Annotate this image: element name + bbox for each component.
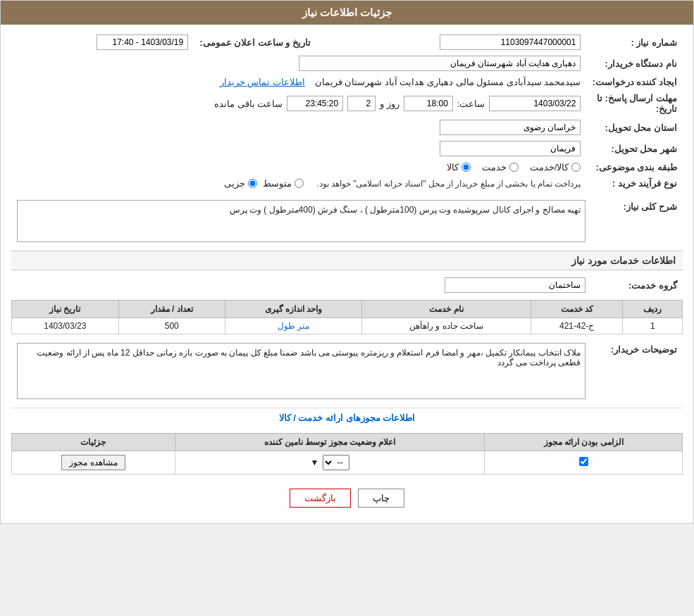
services-table-header-row: ردیف کد خدمت نام خدمت واحد اندازه گیری ت… xyxy=(12,301,683,318)
services-table: ردیف کد خدمت نام خدمت واحد اندازه گیری ت… xyxy=(11,300,683,334)
ostan-label: استان محل تحویل: xyxy=(586,117,683,138)
khadamat-section-title: اطلاعات خدمات مورد نیاز xyxy=(11,251,683,270)
tabaqe-row: طبقه بندی موضوعی: کالا/خدمت خدمت xyxy=(11,159,683,175)
noe-motavasset-item: متوسط xyxy=(263,178,304,189)
perm-cell-elzami xyxy=(485,451,683,474)
col-radif: ردیف xyxy=(623,301,683,318)
info-table: شماره نیاز : تاریخ و ساعت اعلان عمومی: ن… xyxy=(11,32,683,191)
permissions-table: الزامی بودن ارائه مجوز اعلام وضعیت مجوز … xyxy=(11,433,683,474)
tabaqe-khedmat-label: خدمت xyxy=(482,162,507,172)
col-tarikh: تاریخ نیاز xyxy=(12,301,119,318)
cell-tarikh: 1403/03/23 xyxy=(12,318,119,334)
nam-dastgah-label: نام دستگاه خریدار: xyxy=(586,53,683,74)
ostan-input[interactable] xyxy=(440,120,581,135)
page-header: جزئیات اطلاعات نیاز xyxy=(1,1,693,25)
grooh-table: گروه خدمت: xyxy=(11,275,683,296)
tabaqe-kala-khedmat-item: کالا/خدمت xyxy=(530,162,581,172)
mohlat-roz-label: روز و xyxy=(380,99,399,109)
mohlat-date-row: ساعت: روز و ساعت باقی مانده xyxy=(17,96,581,111)
ejad-text: سیدمحمد سیدآبادی مسئول مالی دهیاری هدایت… xyxy=(315,77,581,87)
page-title: جزئیات اطلاعات نیاز xyxy=(302,6,392,18)
button-row: چاپ بازگشت xyxy=(11,480,683,516)
dropdown-icon: ▼ xyxy=(310,458,318,467)
mohlat-value: ساعت: روز و ساعت باقی مانده xyxy=(11,90,586,117)
col-vahed: واحد اندازه گیری xyxy=(225,301,362,318)
permissions-body: -- ▼ مشاهده مجوز xyxy=(12,451,683,474)
mojavez-section-title: اطلاعات مجوزهای ارائه خدمت / کالا xyxy=(11,408,683,427)
perm-col-status: اعلام وضعیت مجوز توسط نامین کننده xyxy=(175,434,485,451)
sharh-text: تهیه مصالح و اجرای کانال سرپوشیده وت پرس… xyxy=(230,205,581,215)
shahr-value xyxy=(11,138,586,159)
chap-button[interactable]: چاپ xyxy=(358,489,404,508)
perm-cell-status: -- ▼ xyxy=(175,451,485,474)
tabaqe-label: طبقه بندی موضوعی: xyxy=(586,159,683,175)
grooh-label: گروه خدمت: xyxy=(591,275,683,296)
noe-motavasset-label: متوسط xyxy=(263,178,292,189)
ejad-row: ایجاد کننده درخواست: سیدمحمد سیدآبادی مس… xyxy=(11,74,683,90)
noe-label: نوع فرآیند خرید : xyxy=(586,175,683,191)
shomare-label: شماره نیاز : xyxy=(586,32,683,53)
nam-dastgah-value xyxy=(11,53,586,74)
status-select[interactable]: -- xyxy=(323,455,349,470)
grooh-input[interactable] xyxy=(445,277,585,293)
noe-value: پرداخت تمام یا بخشی از مبلغ خریدار از مح… xyxy=(11,175,586,191)
bazgasht-button[interactable]: بازگشت xyxy=(290,489,351,508)
permissions-header-row: الزامی بودن ارائه مجوز اعلام وضعیت مجوز … xyxy=(12,434,683,451)
mohlat-baqi-input[interactable] xyxy=(287,96,343,111)
nam-dastgah-input[interactable] xyxy=(299,56,581,71)
tosihaat-label: توضیحات خریدار: xyxy=(591,340,683,402)
sharh-row: شرح کلی نیاز: تهیه مصالح و اجرای کانال س… xyxy=(11,197,683,245)
tabaqe-kala-khedmat-radio[interactable] xyxy=(571,163,581,172)
tarikh-label: تاریخ و ساعت اعلان عمومی: xyxy=(194,32,316,53)
ejad-label: ایجاد کننده درخواست: xyxy=(586,74,683,90)
noe-jazii-radio[interactable] xyxy=(248,179,257,188)
tarikh-input[interactable] xyxy=(97,34,188,50)
tabaqe-kala-label: کالا xyxy=(447,162,459,172)
tosihaat-table: توضیحات خریدار: ملاک انتخاب پیمانکار تکم… xyxy=(11,340,683,402)
grooh-value xyxy=(11,275,591,296)
sharh-label: شرح کلی نیاز: xyxy=(591,197,683,245)
nam-dastgah-row: نام دستگاه خریدار: xyxy=(11,53,683,74)
cell-vahed: متر طول xyxy=(225,318,362,334)
mohlat-row: مهلت ارسال پاسخ: تا تاریخ: ساعت: روز و س… xyxy=(11,90,683,117)
tabaqe-khedmat-radio[interactable] xyxy=(509,163,519,172)
shomare-row: شماره نیاز : تاریخ و ساعت اعلان عمومی: xyxy=(11,32,683,53)
col-kod: کد خدمت xyxy=(531,301,623,318)
tabaqe-kala-khedmat-label: کالا/خدمت xyxy=(530,162,569,172)
perm-col-details: جزئیات xyxy=(12,434,175,451)
mohlat-saaat-input[interactable] xyxy=(404,96,453,111)
shahr-input[interactable] xyxy=(440,141,581,156)
tabaqe-value: کالا/خدمت خدمت کالا xyxy=(11,159,586,175)
sharh-table: شرح کلی نیاز: تهیه مصالح و اجرای کانال س… xyxy=(11,197,683,245)
list-item: -- ▼ مشاهده مجوز xyxy=(12,451,683,474)
sharh-value: تهیه مصالح و اجرای کانال سرپوشیده وت پرس… xyxy=(11,197,591,245)
tamas-link[interactable]: اطلاعات تماس خریدار xyxy=(220,77,305,87)
table-row: 1 ج-42-421 ساخت جاده و راهآهن متر طول 50… xyxy=(12,318,683,334)
ostan-value xyxy=(11,117,586,138)
elzami-checkbox[interactable] xyxy=(579,457,588,466)
tarikh-value xyxy=(11,32,194,53)
sharh-box: تهیه مصالح و اجرای کانال سرپوشیده وت پرس… xyxy=(17,200,585,242)
view-mojavez-button[interactable]: مشاهده مجوز xyxy=(61,455,125,470)
cell-nam: ساخت جاده و راهآهن xyxy=(362,318,531,334)
noe-type-row: پرداخت تمام یا بخشی از مبلغ خریدار از مح… xyxy=(17,178,581,189)
perm-cell-details: مشاهده مجوز xyxy=(12,451,175,474)
noe-motavasset-radio[interactable] xyxy=(295,179,304,188)
noe-note: پرداخت تمام یا بخشی از مبلغ خریدار از مح… xyxy=(316,179,581,189)
tosihaat-text: ملاک انتخاب پیمانکار تکمیل ،مهر و امضا ف… xyxy=(37,348,581,367)
perm-col-elzami: الزامی بودن ارائه مجوز xyxy=(485,434,683,451)
tabaqe-radio-group: کالا/خدمت خدمت کالا xyxy=(17,162,581,172)
tabaqe-kala-radio[interactable] xyxy=(461,163,471,172)
noe-jazii-label: جزیی xyxy=(224,178,245,189)
tosihaat-row: توضیحات خریدار: ملاک انتخاب پیمانکار تکم… xyxy=(11,340,683,402)
mohlat-roz-input[interactable] xyxy=(347,96,376,111)
mohlat-label: مهلت ارسال پاسخ: تا تاریخ: xyxy=(586,90,683,117)
tabaqe-kala-item: کالا xyxy=(447,162,471,172)
mohlat-date-input[interactable] xyxy=(489,96,581,111)
shomare-input[interactable] xyxy=(440,34,581,50)
mohlat-saaat-label: ساعت: xyxy=(457,99,485,109)
noe-row: نوع فرآیند خرید : پرداخت تمام یا بخشی از… xyxy=(11,175,683,191)
tosihaat-value: ملاک انتخاب پیمانکار تکمیل ،مهر و امضا ف… xyxy=(11,340,591,402)
grooh-row: گروه خدمت: xyxy=(11,275,683,296)
permissions-head: الزامی بودن ارائه مجوز اعلام وضعیت مجوز … xyxy=(12,434,683,451)
